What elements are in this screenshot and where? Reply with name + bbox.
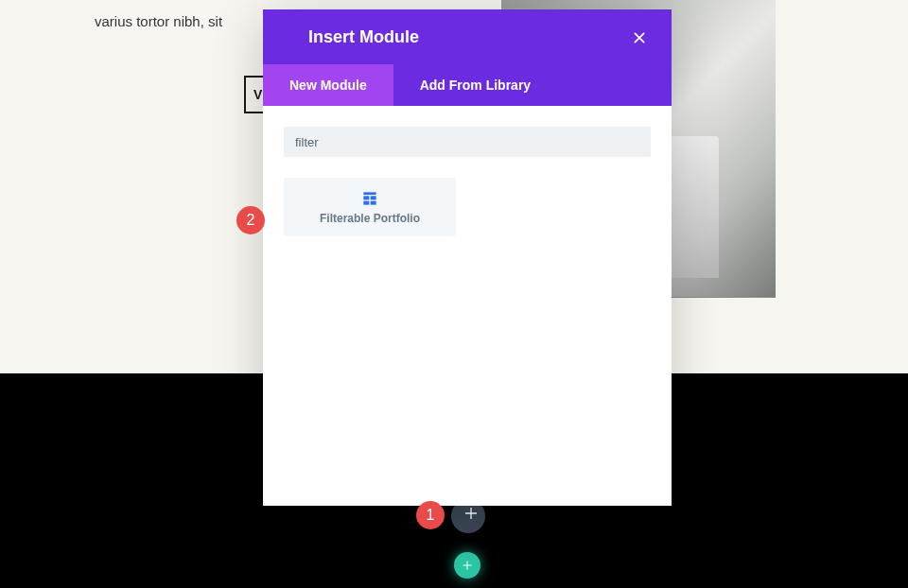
- close-icon: [633, 31, 646, 44]
- modal-body: Filterable Portfolio: [263, 106, 672, 506]
- modal-close-button[interactable]: [630, 28, 649, 47]
- modal-tabs: New Module Add From Library: [263, 64, 672, 106]
- annotation-marker-2: 2: [236, 206, 265, 234]
- insert-module-modal: Insert Module New Module Add From Librar…: [263, 9, 672, 506]
- module-grid: Filterable Portfolio: [284, 178, 651, 236]
- module-filterable-portfolio[interactable]: Filterable Portfolio: [284, 178, 456, 236]
- annotation-marker-1: 1: [416, 501, 445, 529]
- lorem-text-fragment: varius tortor nibh, sit: [95, 13, 222, 29]
- tab-new-module[interactable]: New Module: [263, 64, 393, 106]
- tab-add-from-library[interactable]: Add From Library: [393, 64, 557, 106]
- svg-rect-4: [371, 201, 376, 205]
- svg-rect-1: [363, 196, 369, 199]
- module-label: Filterable Portfolio: [291, 212, 448, 225]
- add-section-button[interactable]: [454, 552, 480, 579]
- svg-rect-0: [363, 192, 375, 195]
- module-search-input[interactable]: [284, 127, 651, 157]
- grid-icon: [291, 191, 448, 206]
- modal-header: Insert Module: [263, 9, 672, 64]
- svg-rect-2: [371, 196, 376, 199]
- svg-rect-3: [363, 201, 369, 205]
- plus-icon: [462, 560, 473, 571]
- plus-icon: [463, 506, 479, 521]
- modal-title: Insert Module: [308, 27, 419, 47]
